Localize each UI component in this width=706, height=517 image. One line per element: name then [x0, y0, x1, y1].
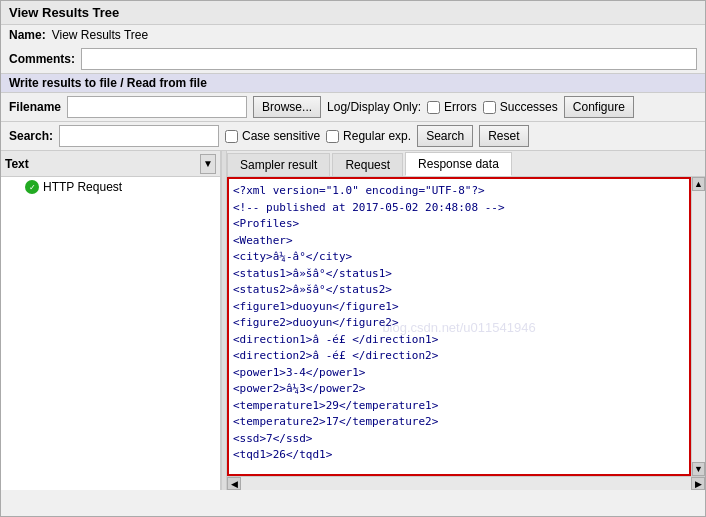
- filename-row: Filename Browse... Log/Display Only: Err…: [1, 93, 705, 121]
- left-panel: Text ▼ ✓ HTTP Request: [1, 151, 221, 490]
- comments-label: Comments:: [9, 52, 75, 66]
- xml-line: <direction1>â -é£ </direction1>: [233, 332, 685, 349]
- search-input[interactable]: [59, 125, 219, 147]
- tab-response-data[interactable]: Response data: [405, 152, 512, 176]
- name-row: Name: View Results Tree: [1, 25, 705, 45]
- xml-line: <temperature2>17</temperature2>: [233, 414, 685, 431]
- regular-exp-group: Regular exp.: [326, 129, 411, 143]
- tab-request[interactable]: Request: [332, 153, 403, 176]
- xml-line: <status1>â»šâ°</status1>: [233, 266, 685, 283]
- successes-checkbox-group: Successes: [483, 100, 558, 114]
- regular-exp-label: Regular exp.: [343, 129, 411, 143]
- comments-row: Comments:: [1, 45, 705, 73]
- tab-sampler-result[interactable]: Sampler result: [227, 153, 330, 176]
- success-icon: ✓: [25, 180, 39, 194]
- panel-scroll-btn[interactable]: ▼: [200, 154, 216, 174]
- left-panel-label: Text: [5, 157, 200, 171]
- search-button[interactable]: Search: [417, 125, 473, 147]
- file-section-header: Write results to file / Read from file: [1, 73, 705, 93]
- xml-line: <direction2>â -é£ </direction2>: [233, 348, 685, 365]
- filename-label: Filename: [9, 100, 61, 114]
- case-sensitive-group: Case sensitive: [225, 129, 320, 143]
- h-scroll-track: [241, 477, 691, 490]
- scroll-down-btn[interactable]: ▼: [692, 462, 705, 476]
- xml-line: <city>â¼-â°</city>: [233, 249, 685, 266]
- tree-item-http-request[interactable]: ✓ HTTP Request: [1, 177, 220, 197]
- case-sensitive-label: Case sensitive: [242, 129, 320, 143]
- xml-line: <Weather>: [233, 233, 685, 250]
- errors-checkbox[interactable]: [427, 101, 440, 114]
- right-panel: Sampler result Request Response data <?x…: [227, 151, 705, 490]
- reset-button[interactable]: Reset: [479, 125, 528, 147]
- scroll-track: [692, 191, 705, 462]
- name-label: Name:: [9, 28, 46, 42]
- xml-line: <power1>3-4</power1>: [233, 365, 685, 382]
- xml-line: <Profiles>: [233, 216, 685, 233]
- search-bar: Search: Case sensitive Regular exp. Sear…: [1, 121, 705, 150]
- main-area: Text ▼ ✓ HTTP Request Sampler result: [1, 150, 705, 490]
- successes-label: Successes: [500, 100, 558, 114]
- xml-line: <tqd1>26</tqd1>: [233, 447, 685, 464]
- left-panel-header: Text ▼: [1, 151, 220, 177]
- xml-line: <temperature1>29</temperature1>: [233, 398, 685, 415]
- xml-line: <!-- published at 2017-05-02 20:48:08 --…: [233, 200, 685, 217]
- browse-button[interactable]: Browse...: [253, 96, 321, 118]
- horizontal-scrollbar: ◀ ▶: [227, 476, 705, 490]
- xml-line: <ssd>7</ssd>: [233, 431, 685, 448]
- xml-line: <status2>â»šâ°</status2>: [233, 282, 685, 299]
- regular-exp-checkbox[interactable]: [326, 130, 339, 143]
- xml-content: <?xml version="1.0" encoding="UTF-8"?><!…: [227, 177, 691, 476]
- scroll-right-btn[interactable]: ▶: [691, 477, 705, 490]
- xml-line: <figure1>duoyun</figure1>: [233, 299, 685, 316]
- errors-checkbox-group: Errors: [427, 100, 477, 114]
- window-title: View Results Tree: [9, 5, 119, 20]
- xml-line: <power2>â¼3</power2>: [233, 381, 685, 398]
- search-label: Search:: [9, 129, 53, 143]
- vertical-scrollbar[interactable]: ▲ ▼: [691, 177, 705, 476]
- comments-input[interactable]: [81, 48, 697, 70]
- tree-container: ✓ HTTP Request: [1, 177, 220, 490]
- errors-label: Errors: [444, 100, 477, 114]
- case-sensitive-checkbox[interactable]: [225, 130, 238, 143]
- title-bar: View Results Tree: [1, 1, 705, 25]
- filename-input[interactable]: [67, 96, 247, 118]
- tabs-bar: Sampler result Request Response data: [227, 151, 705, 177]
- configure-button[interactable]: Configure: [564, 96, 634, 118]
- scroll-left-btn[interactable]: ◀: [227, 477, 241, 490]
- content-with-scroll: <?xml version="1.0" encoding="UTF-8"?><!…: [227, 177, 705, 476]
- xml-line: <?xml version="1.0" encoding="UTF-8"?>: [233, 183, 685, 200]
- tree-item-label: HTTP Request: [43, 180, 122, 194]
- main-window: View Results Tree Name: View Results Tre…: [0, 0, 706, 517]
- log-display-label: Log/Display Only:: [327, 100, 421, 114]
- name-value: View Results Tree: [52, 28, 149, 42]
- successes-checkbox[interactable]: [483, 101, 496, 114]
- scroll-up-btn[interactable]: ▲: [692, 177, 705, 191]
- xml-line: <figure2>duoyun</figure2>: [233, 315, 685, 332]
